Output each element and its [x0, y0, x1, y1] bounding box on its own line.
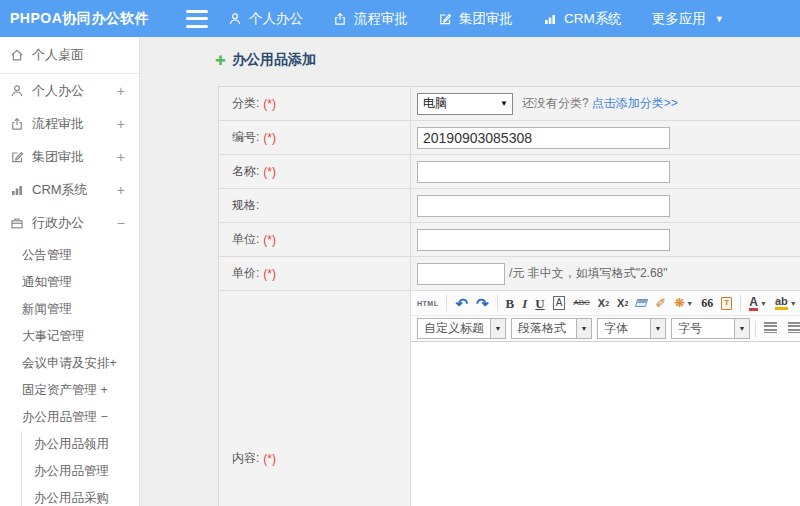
sidebar-item-admin-office[interactable]: 行政办公 − [0, 206, 139, 239]
share-icon [333, 12, 347, 26]
form-row-code: 编号: (*) [219, 121, 800, 155]
page-title: ✚ 办公用品添加 [215, 51, 800, 69]
topnav-label: 集团审批 [459, 10, 513, 28]
page-title-text: 办公用品添加 [232, 51, 316, 69]
price-input[interactable] [417, 263, 505, 285]
category-select[interactable]: 电脑 ▼ [417, 93, 513, 115]
spec-input[interactable] [417, 195, 670, 217]
menu-toggle-icon[interactable] [186, 10, 208, 28]
expand-minus-icon[interactable]: − [117, 215, 125, 231]
font-color-button[interactable]: A▼ [749, 296, 767, 311]
format-brush-icon[interactable]: ✐ [655, 297, 666, 310]
align-left-icon[interactable] [761, 319, 780, 338]
name-value-cell [411, 155, 800, 188]
required-mark: (*) [263, 131, 276, 145]
topnav-workflow-approval[interactable]: 流程审批 [333, 10, 408, 28]
sidebar-item-workflow-approval[interactable]: 流程审批 + [0, 107, 139, 140]
price-format-hint: /元 非中文，如填写格式"2.68" [509, 265, 668, 282]
expand-plus-icon[interactable]: + [117, 149, 125, 165]
edit-icon [10, 150, 24, 164]
topnav-label: 个人办公 [249, 10, 303, 28]
price-value-cell: /元 非中文，如填写格式"2.68" [411, 257, 800, 290]
code-label: 编号: (*) [219, 121, 411, 154]
sidebar-item-announcement-mgmt[interactable]: 公告管理 [0, 242, 139, 269]
topnav-label: 更多应用 [652, 10, 706, 28]
underline-button[interactable]: U [535, 297, 544, 310]
sidebar-item-meeting-mgmt[interactable]: 会议申请及安排+ [0, 350, 139, 377]
topnav-crm-system[interactable]: CRM系统 [543, 10, 622, 28]
topbar: PHPOA协同办公软件 个人办公 流程审批 集团审批 [0, 0, 800, 37]
editor-toolbar-row1: HTML ↶ ↷ B I U A ABC X2 [411, 291, 800, 316]
topnav-more-apps[interactable]: 更多应用 ▼ [652, 10, 724, 28]
topnav-group-approval[interactable]: 集团审批 [438, 10, 513, 28]
font-family-dropdown[interactable]: 字体 ▼ [597, 318, 666, 339]
form-row-content: 内容: (*) HTML ↶ ↷ B I [219, 291, 800, 506]
home-icon [10, 48, 24, 62]
undo-icon[interactable]: ↶ [455, 296, 468, 311]
bar-chart-icon [543, 12, 557, 26]
strikethrough-button[interactable]: ABC [573, 299, 589, 307]
required-mark: (*) [263, 452, 276, 466]
required-mark: (*) [263, 233, 276, 247]
share-icon [10, 117, 24, 131]
redo-icon[interactable]: ↷ [476, 296, 489, 311]
sidebar-item-crm-system[interactable]: CRM系统 + [0, 173, 139, 206]
form-row-price: 单价: (*) /元 非中文，如填写格式"2.68" [219, 257, 800, 291]
sidebar-item-notice-mgmt[interactable]: 通知管理 [0, 269, 139, 296]
superscript-button[interactable]: X2 [598, 298, 609, 309]
topnav-personal-office[interactable]: 个人办公 [228, 10, 303, 28]
sidebar-item-label: 个人办公 [32, 82, 84, 100]
app-logo: PHPOA协同办公软件 [0, 10, 186, 28]
sidebar-item-supplies-requisition[interactable]: 办公用品领用 [22, 431, 139, 458]
sidebar-sub-menu: 公告管理 通知管理 新闻管理 大事记管理 会议申请及安排+ 固定资产管理 + 办… [0, 242, 139, 506]
sidebar-item-supplies-management[interactable]: 办公用品管理 [22, 458, 139, 485]
category-selected-value: 电脑 [423, 95, 447, 112]
caret-down-icon: ▼ [490, 319, 505, 338]
edit-icon [438, 12, 452, 26]
subscript-button[interactable]: X2 [617, 298, 628, 309]
font-style-button[interactable]: A [553, 296, 566, 310]
sidebar-item-personal-office[interactable]: 个人办公 + [0, 74, 139, 107]
custom-heading-dropdown[interactable]: 自定义标题 ▼ [417, 318, 506, 339]
unit-input[interactable] [417, 229, 670, 251]
paste-as-text-icon[interactable]: T [721, 297, 732, 310]
expand-plus-icon[interactable]: + [117, 83, 125, 99]
add-icon: ✚ [215, 54, 226, 67]
eraser-icon[interactable] [636, 299, 647, 307]
code-input[interactable] [417, 127, 670, 149]
category-hint: 还没有分类? [522, 95, 589, 112]
editor-content-area[interactable] [411, 342, 800, 506]
expand-plus-icon[interactable]: + [117, 182, 125, 198]
font-size-dropdown[interactable]: 字号 ▼ [671, 318, 750, 339]
user-icon [10, 84, 24, 98]
user-icon [228, 12, 242, 26]
sidebar-item-fixed-assets-mgmt[interactable]: 固定资产管理 + [0, 377, 139, 404]
sidebar-item-personal-desktop[interactable]: 个人桌面 [0, 37, 139, 74]
name-input[interactable] [417, 161, 670, 183]
caret-down-icon: ▼ [790, 300, 797, 307]
spec-label: 规格: [219, 189, 411, 222]
select-caret-icon: ▼ [500, 99, 508, 108]
blockquote-button[interactable]: 66 [701, 297, 713, 309]
caret-down-icon: ▼ [576, 319, 591, 338]
sidebar-item-events-mgmt[interactable]: 大事记管理 [0, 323, 139, 350]
bold-button[interactable]: B [506, 297, 515, 310]
italic-button[interactable]: I [522, 297, 527, 310]
sidebar-item-label: 流程审批 [32, 115, 84, 133]
autoformat-wand-icon[interactable]: ❊▼ [674, 297, 693, 309]
expand-plus-icon[interactable]: + [117, 116, 125, 132]
highlight-color-button[interactable]: ab▼ [775, 296, 797, 310]
sidebar-item-label: 行政办公 [32, 214, 84, 232]
add-category-link[interactable]: 点击添加分类>> [592, 95, 678, 112]
sidebar-item-office-supplies-mgmt[interactable]: 办公用品管理 − [0, 404, 139, 431]
sidebar-item-supplies-purchase[interactable]: 办公用品采购 [22, 485, 139, 506]
app-body: 个人桌面 个人办公 + 流程审批 + 集团审批 [0, 37, 800, 506]
sidebar-item-label: 集团审批 [32, 148, 84, 166]
name-label: 名称: (*) [219, 155, 411, 188]
align-center-icon[interactable] [785, 319, 800, 338]
caret-down-icon: ▼ [686, 300, 693, 307]
paragraph-format-dropdown[interactable]: 段落格式 ▼ [511, 318, 592, 339]
sidebar-item-news-mgmt[interactable]: 新闻管理 [0, 296, 139, 323]
sidebar-item-group-approval[interactable]: 集团审批 + [0, 140, 139, 173]
html-source-button[interactable]: HTML [417, 300, 438, 307]
